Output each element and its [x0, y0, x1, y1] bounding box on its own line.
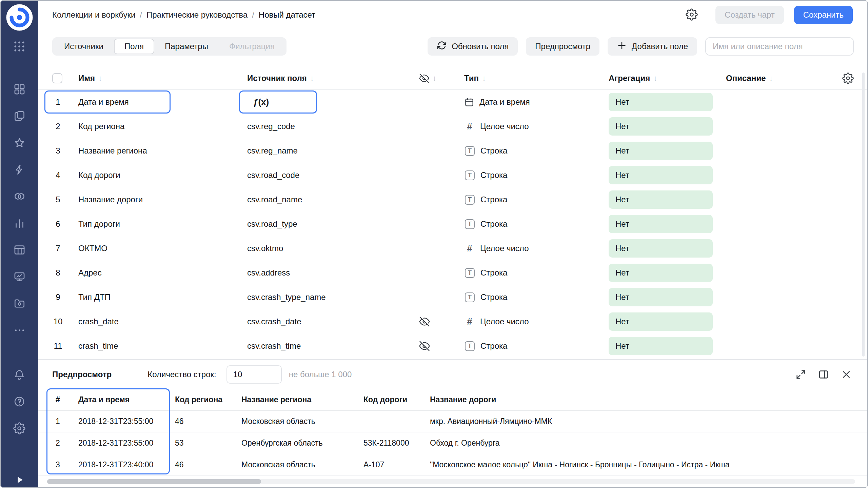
preview-button[interactable]: Предпросмотр — [526, 37, 599, 56]
field-name[interactable]: Код дороги — [78, 170, 247, 180]
field-type[interactable]: #Целое число — [464, 243, 609, 254]
preview-close-button[interactable] — [838, 366, 854, 383]
add-field-button[interactable]: Добавить поле — [608, 37, 697, 56]
field-row[interactable]: 1Дата и времяƒ(x)Дата и времяНет — [38, 90, 867, 114]
sidebar-item-datasets[interactable] — [11, 242, 27, 258]
field-row[interactable]: 6Тип дорогиcsv.road_typeTСтрокаНет — [38, 212, 867, 236]
sidebar-expand-button[interactable] — [12, 474, 27, 487]
field-name[interactable]: Название региона — [78, 146, 247, 156]
field-aggregation-value[interactable]: Нет — [609, 239, 713, 258]
field-aggregation-value[interactable]: Нет — [609, 142, 713, 160]
field-search-input[interactable] — [705, 37, 854, 56]
preview-column-header[interactable]: Название региона — [241, 395, 363, 404]
field-source[interactable]: csv.crash_date — [247, 317, 418, 326]
field-source[interactable]: ƒ(x) — [247, 97, 418, 107]
field-source[interactable]: csv.road_name — [247, 195, 418, 204]
tab-fields[interactable]: Поля — [114, 39, 154, 54]
field-row[interactable]: 9Тип ДТПcsv.crash_type_nameTСтрокаНет — [38, 285, 867, 309]
field-aggregation-value[interactable]: Нет — [609, 117, 713, 136]
column-header-aggregation[interactable]: Агрегация ↓ — [609, 74, 726, 83]
sidebar-item-more[interactable] — [11, 322, 27, 338]
field-row[interactable]: 8Адресcsv.addressTСтрокаНет — [38, 261, 867, 285]
field-name[interactable]: Тип ДТП — [78, 292, 247, 302]
eye-off-icon[interactable] — [419, 341, 430, 351]
field-name[interactable]: crash_date — [78, 317, 247, 326]
breadcrumb-item[interactable]: Практические руководства — [146, 10, 248, 20]
sidebar-item-connections[interactable] — [11, 161, 27, 178]
field-type[interactable]: TСтрока — [464, 195, 609, 205]
save-button[interactable]: Сохранить — [794, 6, 853, 24]
field-type[interactable]: #Целое число — [464, 121, 609, 132]
field-aggregation-value[interactable]: Нет — [609, 288, 713, 306]
sidebar-item-charts[interactable] — [11, 215, 27, 231]
field-name[interactable]: Название дороги — [78, 195, 247, 204]
field-type[interactable]: TСтрока — [464, 170, 609, 180]
column-header-name[interactable]: Имя ↓ — [78, 74, 247, 83]
field-aggregation-value[interactable]: Нет — [609, 190, 713, 209]
column-header-description[interactable]: Описание ↓ — [726, 74, 835, 83]
sidebar-item-services[interactable] — [11, 188, 27, 204]
field-source[interactable]: csv.oktmo — [247, 244, 418, 253]
field-row[interactable]: 7ОКТМОcsv.oktmo#Целое числоНет — [38, 236, 867, 261]
sidebar-item-favorites[interactable] — [11, 135, 27, 151]
field-type[interactable]: TСтрока — [464, 268, 609, 278]
preview-column-header[interactable]: Код региона — [175, 395, 241, 404]
sidebar-item-storage[interactable] — [11, 295, 27, 311]
datalens-logo[interactable] — [6, 4, 33, 31]
field-name[interactable]: ОКТМО — [78, 244, 247, 253]
field-source[interactable]: csv.crash_time — [247, 341, 418, 351]
select-all-checkbox[interactable] — [52, 73, 62, 83]
sidebar-item-layers[interactable] — [11, 108, 27, 124]
horizontal-scrollbar-thumb[interactable] — [47, 479, 261, 484]
apps-menu-button[interactable] — [11, 39, 27, 55]
column-header-type[interactable]: Тип ↓ — [464, 74, 609, 83]
breadcrumb-item[interactable]: Коллекции и воркбуки — [52, 10, 135, 20]
tab-filtering[interactable]: Фильтрация — [219, 39, 285, 54]
field-type[interactable]: TСтрока — [464, 146, 609, 156]
field-source[interactable]: csv.reg_code — [247, 122, 418, 131]
field-type[interactable]: Дата и время — [464, 97, 609, 107]
preview-column-header[interactable]: Код дороги — [363, 395, 430, 404]
field-row[interactable]: 2Код регионаcsv.reg_code#Целое числоНет — [38, 114, 867, 139]
sidebar-item-help[interactable] — [11, 393, 27, 410]
field-name[interactable]: Адрес — [78, 268, 247, 278]
field-source[interactable]: csv.address — [247, 268, 418, 278]
preview-split-panel-button[interactable] — [815, 366, 832, 383]
field-source[interactable]: csv.crash_type_name — [247, 292, 418, 302]
field-source[interactable]: csv.reg_name — [247, 146, 418, 156]
field-row[interactable]: 10crash_datecsv.crash_date#Целое числоНе… — [38, 309, 867, 334]
preview-expand-button[interactable] — [793, 366, 809, 383]
eye-off-icon[interactable] — [419, 316, 430, 327]
horizontal-scrollbar[interactable] — [47, 479, 855, 484]
field-source[interactable]: csv.road_type — [247, 219, 418, 229]
dataset-settings-button[interactable] — [684, 7, 700, 23]
field-type[interactable]: TСтрока — [464, 292, 609, 302]
field-row[interactable]: 3Название регионаcsv.reg_nameTСтрокаНет — [38, 139, 867, 163]
tab-parameters[interactable]: Параметры — [154, 39, 219, 54]
field-aggregation-value[interactable]: Нет — [609, 337, 713, 355]
field-aggregation-value[interactable]: Нет — [609, 312, 713, 331]
field-source[interactable]: csv.road_code — [247, 170, 418, 180]
field-name[interactable]: Код региона — [78, 122, 247, 131]
table-settings-button[interactable] — [842, 73, 854, 84]
field-type[interactable]: TСтрока — [464, 219, 609, 229]
sidebar-item-dashboards[interactable] — [11, 268, 27, 285]
row-count-input[interactable] — [226, 365, 282, 384]
preview-column-header[interactable]: Дата и время — [78, 395, 175, 404]
field-name[interactable]: Тип дороги — [78, 219, 247, 229]
preview-column-header[interactable]: # — [52, 395, 78, 404]
sidebar-item-notifications[interactable] — [11, 367, 27, 383]
tab-sources[interactable]: Источники — [54, 39, 114, 54]
sidebar-item-settings[interactable] — [11, 420, 27, 436]
column-header-source[interactable]: Источник поля ↓ — [247, 74, 418, 83]
field-aggregation-value[interactable]: Нет — [609, 264, 713, 282]
field-aggregation-value[interactable]: Нет — [609, 215, 713, 233]
create-chart-button[interactable]: Создать чарт — [715, 6, 784, 24]
sidebar-item-tiles[interactable] — [11, 81, 27, 97]
breadcrumb-item[interactable]: Новый датасет — [259, 10, 315, 20]
preview-column-header[interactable]: Название дороги — [430, 395, 861, 404]
refresh-fields-button[interactable]: Обновить поля — [428, 37, 518, 56]
field-type[interactable]: TСтрока — [464, 341, 609, 351]
vertical-scrollbar-thumb[interactable] — [862, 73, 865, 357]
field-name[interactable]: crash_time — [78, 341, 247, 351]
